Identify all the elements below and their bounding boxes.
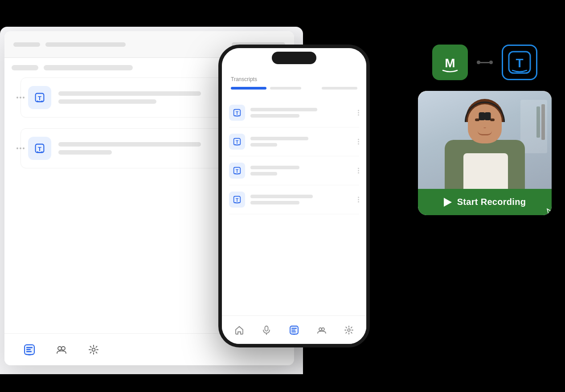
filter-pill-2[interactable]	[44, 65, 133, 70]
integration-connector	[477, 61, 493, 64]
svg-rect-30	[291, 331, 296, 332]
phone-item-text	[250, 137, 359, 147]
phone-transcript-icon: T	[229, 134, 245, 150]
phone-nav-team[interactable]	[315, 324, 328, 336]
phone-item-text	[250, 195, 359, 204]
filter-pill-1[interactable]	[12, 65, 38, 70]
phone-line-1	[250, 108, 317, 111]
svg-text:T: T	[236, 111, 239, 116]
phone-mockup: Transcripts T	[218, 45, 370, 347]
cursor-indicator	[545, 207, 552, 215]
svg-text:T: T	[236, 140, 239, 145]
nose	[483, 126, 487, 128]
transcript-icon-1: T	[28, 86, 51, 109]
nav-transcripts-icon[interactable]	[22, 343, 37, 357]
phone-item-more[interactable]	[358, 197, 359, 203]
phone-line-1	[250, 137, 308, 140]
book1	[541, 104, 545, 140]
header-bar-1	[13, 42, 40, 47]
phone-line-1	[250, 195, 313, 198]
integration-row: M T	[432, 45, 537, 80]
nav-team-icon[interactable]	[54, 343, 69, 357]
play-icon	[444, 198, 452, 207]
phone-transcript-icon: T	[229, 163, 245, 179]
phone-list-item[interactable]: T	[229, 127, 359, 156]
svg-text:T: T	[236, 169, 239, 174]
phone-notch	[272, 52, 316, 64]
svg-rect-8	[26, 349, 31, 350]
phone-list-item[interactable]: T	[229, 156, 359, 185]
phone-nav-settings[interactable]	[343, 324, 355, 336]
svg-point-31	[319, 328, 322, 331]
item-title-line	[58, 142, 201, 147]
phone-item-more[interactable]	[358, 139, 359, 145]
phone-list-item[interactable]: T	[229, 185, 359, 214]
svg-point-12	[92, 348, 95, 351]
svg-text:T: T	[38, 146, 41, 152]
phone-line-2	[250, 201, 299, 204]
phone-tab-active[interactable]	[231, 87, 266, 90]
phone-nav-home[interactable]	[233, 324, 246, 336]
svg-rect-25	[265, 326, 268, 331]
video-card: Start Recording	[418, 91, 552, 215]
start-recording-button[interactable]: Start Recording	[418, 189, 552, 215]
phone-line-1	[250, 166, 299, 169]
phone-transcript-icon: T	[229, 192, 245, 208]
phone-screen: Transcripts T	[222, 48, 366, 344]
start-recording-label: Start Recording	[457, 197, 526, 207]
phone-item-more[interactable]	[358, 110, 359, 116]
smile	[478, 131, 492, 135]
phone-transcript-icon: T	[229, 105, 245, 121]
phone-line-2	[250, 143, 277, 147]
svg-text:T: T	[516, 56, 523, 70]
phone-item-more[interactable]	[358, 168, 359, 174]
phone-screen-title: Transcripts	[231, 76, 357, 82]
phone-item-text	[250, 166, 359, 176]
svg-rect-7	[26, 347, 33, 348]
phone-list-item[interactable]: T	[229, 98, 359, 127]
item-subtitle-line	[58, 99, 156, 104]
phone-line-2	[250, 172, 277, 176]
phone-bottom-nav	[222, 315, 366, 344]
svg-rect-28	[291, 328, 297, 329]
svg-point-10	[58, 347, 61, 350]
phone-item-text	[250, 108, 359, 118]
item-title-line	[58, 91, 201, 96]
right-section: M T	[414, 45, 556, 215]
svg-text:T: T	[236, 198, 239, 203]
phone-nav-mic[interactable]	[260, 324, 273, 336]
phone-nav-transcripts[interactable]	[288, 324, 300, 336]
svg-point-32	[322, 328, 324, 331]
header-bar-2	[45, 42, 126, 47]
integration-icon-left: M	[432, 45, 468, 80]
drag-handle[interactable]	[16, 147, 25, 149]
nav-settings-icon[interactable]	[86, 343, 101, 357]
book2	[536, 106, 540, 138]
transcript-icon-2: T	[28, 137, 51, 160]
svg-point-33	[348, 329, 350, 331]
video-frame	[418, 91, 552, 189]
phone-tab-right	[322, 87, 357, 90]
item-subtitle-line	[58, 150, 112, 155]
phone-line-2	[250, 114, 299, 118]
phone-tab-inactive[interactable]	[270, 87, 301, 90]
svg-text:T: T	[38, 95, 41, 102]
phone-tabs[interactable]	[231, 87, 357, 90]
svg-text:M: M	[445, 56, 455, 70]
svg-point-11	[61, 347, 65, 350]
person-shirt	[463, 153, 508, 189]
svg-rect-9	[26, 351, 32, 352]
integration-icon-right: T	[502, 45, 537, 80]
drag-handle[interactable]	[16, 97, 25, 98]
headset-earpiece-right	[484, 112, 491, 120]
phone-header: Transcripts	[222, 73, 366, 95]
svg-rect-29	[291, 330, 295, 331]
phone-list: T T	[222, 95, 366, 315]
